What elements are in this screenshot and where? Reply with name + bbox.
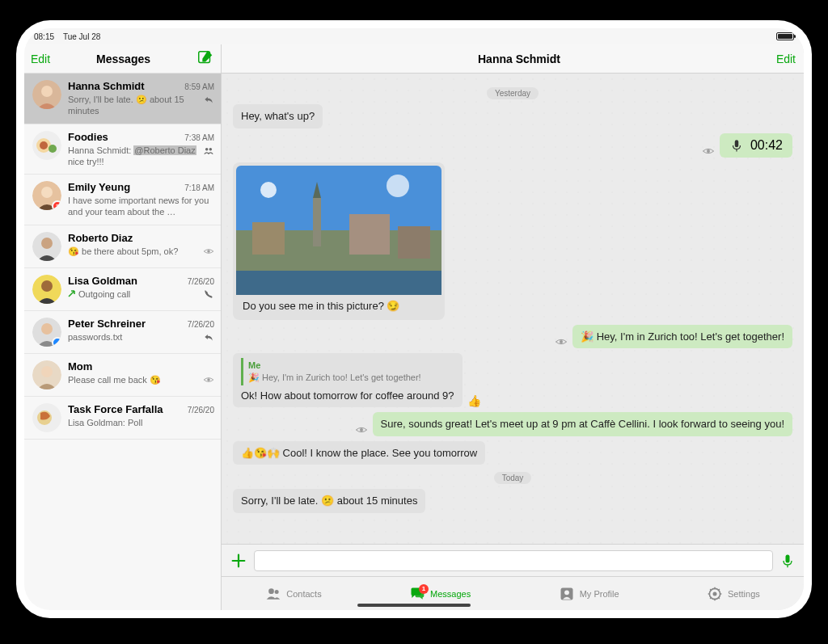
- avatar: [32, 275, 61, 304]
- svg-point-20: [207, 378, 210, 381]
- svg-point-13: [207, 250, 210, 253]
- quoted-message[interactable]: Me 🎉 Hey, I'm in Zurich too! Let's get t…: [241, 358, 454, 385]
- conversation-item[interactable]: Hanna Schmidt 8:59 AM Sorry, I'll be lat…: [24, 74, 221, 124]
- conversation-item[interactable]: 1 Emily Yeung 7:18 AM I have some import…: [24, 175, 221, 225]
- attach-button[interactable]: [230, 552, 247, 570]
- svg-point-36: [360, 428, 363, 431]
- conversation-time: 7:18 AM: [184, 183, 214, 192]
- message-input[interactable]: [254, 550, 773, 571]
- record-button[interactable]: [779, 553, 796, 569]
- conversation-preview: 😘 be there about 5pm, ok?: [68, 246, 200, 257]
- svg-point-7: [205, 148, 208, 151]
- conversation-time: 8:59 AM: [184, 82, 214, 91]
- tab-label: Messages: [430, 589, 471, 599]
- battery-icon: [776, 32, 794, 40]
- chat-messages[interactable]: Yesterday Hey, what's up? 00:42: [222, 74, 804, 544]
- message-bubble: Sure, sounds great! Let's meet up at 9 p…: [373, 412, 792, 436]
- svg-point-19: [41, 366, 53, 377]
- phone-icon: [203, 288, 214, 300]
- message-row[interactable]: Sorry, I'll be late. 😕 about 15 minutes: [233, 489, 792, 513]
- svg-point-38: [268, 588, 274, 594]
- tab-settings[interactable]: Settings: [707, 586, 760, 602]
- message-row[interactable]: Sure, sounds great! Let's meet up at 9 p…: [233, 412, 792, 436]
- conversation-name: Peter Schreiner: [68, 318, 146, 330]
- chat-header: Hanna Schmidt Edit: [222, 44, 804, 74]
- conversation-list[interactable]: Hanna Schmidt 8:59 AM Sorry, I'll be lat…: [24, 74, 221, 610]
- conversation-name: Foodies: [68, 131, 108, 143]
- conversation-preview: Hanna Schmidt: @Roberto Diaz nice try!!!: [68, 145, 200, 168]
- conversation-preview: Please call me back 😘: [68, 374, 200, 385]
- svg-point-8: [209, 148, 213, 151]
- profile-icon: [559, 586, 575, 602]
- outgoing-arrow-icon: [68, 289, 76, 297]
- conversation-name: Hanna Schmidt: [68, 80, 145, 92]
- svg-rect-31: [349, 214, 390, 255]
- message-bubble: Sorry, I'll be late. 😕 about 15 minutes: [233, 489, 425, 513]
- conversation-item[interactable]: Task Force Farfalla 7/26/20 Lisa Goldman…: [24, 397, 221, 440]
- message-row[interactable]: Do you see me in this picture? 😏: [233, 162, 792, 320]
- svg-point-10: [41, 187, 53, 198]
- image-caption: Do you see me in this picture? 😏: [236, 295, 441, 317]
- conversation-preview: I have some important news for you and y…: [68, 195, 214, 218]
- conversation-item[interactable]: Mom Please call me back 😘: [24, 354, 221, 397]
- conversation-item[interactable]: Lisa Goldman 7/26/20 Outgoing call: [24, 268, 221, 311]
- tab-contacts[interactable]: Contacts: [265, 586, 321, 602]
- status-left: 08:15 Tue Jul 28: [34, 32, 100, 41]
- thumbs-up-icon[interactable]: 👍: [467, 394, 481, 407]
- conversation-name: Mom: [68, 360, 92, 373]
- tab-profile[interactable]: My Profile: [559, 586, 619, 602]
- conversation-time: 7/26/20: [188, 277, 214, 286]
- conversation-item[interactable]: Roberto Diaz 😘 be there about 5pm, ok?: [24, 225, 221, 268]
- svg-point-17: [41, 323, 53, 335]
- chat-edit-button[interactable]: Edit: [776, 53, 796, 65]
- eye-icon: [355, 423, 368, 436]
- home-indicator[interactable]: [357, 604, 471, 607]
- tab-label: My Profile: [580, 589, 619, 599]
- conversation-name: Emily Yeung: [68, 181, 130, 193]
- message-bubble: 👍😘🙌 Cool! I know the place. See you tomo…: [233, 441, 485, 465]
- compose-icon: [196, 48, 214, 66]
- svg-point-35: [560, 340, 563, 343]
- compose-button[interactable]: [196, 48, 214, 69]
- quote-text: 🎉 Hey, I'm in Zurich too! Let's get toge…: [248, 372, 450, 384]
- voice-message[interactable]: 00:42: [720, 133, 792, 158]
- conversation-time: 7:38 AM: [184, 133, 214, 142]
- svg-rect-25: [236, 166, 441, 230]
- status-badge-icon: [52, 337, 61, 347]
- svg-point-15: [41, 280, 53, 292]
- message-row[interactable]: 00:42: [233, 133, 792, 158]
- svg-point-34: [387, 175, 409, 197]
- status-time: 08:15: [34, 32, 54, 41]
- tab-messages[interactable]: 1 Messages: [409, 586, 471, 602]
- conversation-item[interactable]: Foodies 7:38 AM Hanna Schmidt: @Roberto …: [24, 124, 221, 175]
- chat-pane: Hanna Schmidt Edit Yesterday Hey, what's…: [222, 44, 804, 610]
- conversation-preview: Sorry, I'll be late. 😕 about 15 minutes: [68, 94, 200, 117]
- svg-point-5: [40, 141, 48, 149]
- message-row[interactable]: Me 🎉 Hey, I'm in Zurich too! Let's get t…: [233, 353, 792, 407]
- svg-rect-32: [398, 226, 430, 259]
- conversation-name: Lisa Goldman: [68, 275, 137, 287]
- eye-icon: [203, 374, 214, 385]
- tab-label: Settings: [728, 589, 760, 599]
- conversation-preview: Outgoing call: [68, 288, 200, 300]
- conversation-item[interactable]: Peter Schreiner 7/26/20 passwords.txt: [24, 311, 221, 354]
- eye-icon: [203, 246, 214, 257]
- photo-thumbnail: [236, 166, 441, 295]
- chat-title[interactable]: Hanna Schmidt: [262, 53, 776, 65]
- tab-label: Contacts: [286, 589, 321, 599]
- message-row[interactable]: 🎉 Hey, I'm in Zurich too! Let's get toge…: [233, 325, 792, 349]
- avatar: [32, 131, 61, 160]
- svg-rect-30: [252, 222, 285, 255]
- sidebar-header: Edit Messages: [24, 44, 221, 74]
- sidebar-edit-button[interactable]: Edit: [31, 53, 50, 65]
- svg-rect-28: [313, 198, 321, 246]
- tab-badge: 1: [419, 584, 429, 594]
- image-message[interactable]: Do you see me in this picture? 😏: [233, 162, 445, 320]
- conversation-preview: passwords.txt: [68, 331, 200, 343]
- status-bar: 08:15 Tue Jul 28: [24, 28, 804, 44]
- message-row[interactable]: Hey, what's up?: [233, 104, 792, 128]
- message-row[interactable]: 👍😘🙌 Cool! I know the place. See you tomo…: [233, 441, 792, 465]
- settings-icon: [707, 586, 723, 602]
- sidebar: Edit Messages Hanna: [24, 44, 222, 610]
- eye-icon: [555, 335, 568, 348]
